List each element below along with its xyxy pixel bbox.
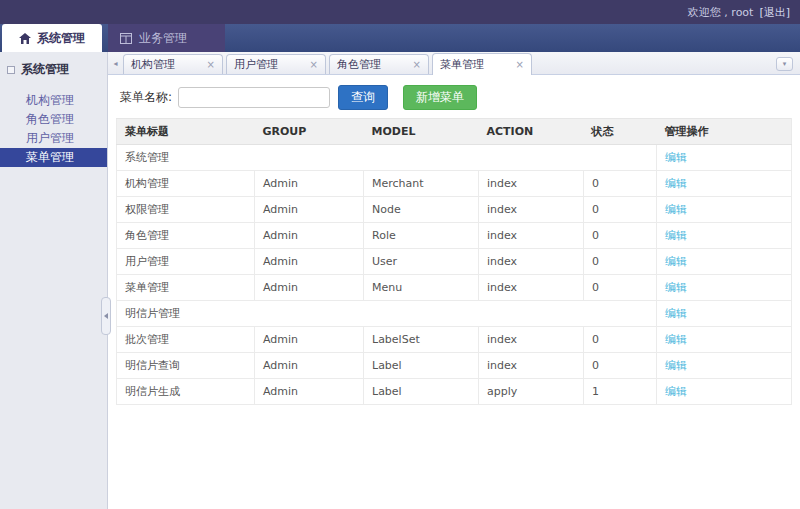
group-title-cell: 系统管理 bbox=[117, 145, 657, 171]
table-cell: User bbox=[364, 249, 479, 275]
table-cell: Node bbox=[364, 197, 479, 223]
sidebar-group-system[interactable]: 系统管理 bbox=[0, 58, 107, 81]
menu-name-input[interactable] bbox=[178, 87, 330, 108]
table-cell: Admin bbox=[255, 197, 364, 223]
table-cell: index bbox=[479, 249, 584, 275]
edit-link[interactable]: 编辑 bbox=[665, 281, 687, 294]
table-cell: 0 bbox=[584, 249, 657, 275]
col-header-manage: 管理操作 bbox=[657, 119, 792, 145]
edit-cell: 编辑 bbox=[657, 379, 792, 405]
table-row: 角色管理AdminRoleindex0编辑 bbox=[117, 223, 792, 249]
content-tab-3[interactable]: 菜单管理× bbox=[432, 53, 532, 75]
table-header-row: 菜单标题 GROUP MODEL ACTION 状态 管理操作 bbox=[117, 119, 792, 145]
table-row: 明信片查询AdminLabelindex0编辑 bbox=[117, 353, 792, 379]
edit-cell: 编辑 bbox=[657, 327, 792, 353]
edit-link[interactable]: 编辑 bbox=[665, 177, 687, 190]
table-row: 批次管理AdminLabelSetindex0编辑 bbox=[117, 327, 792, 353]
edit-link[interactable]: 编辑 bbox=[665, 255, 687, 268]
table-cell: index bbox=[479, 353, 584, 379]
close-icon[interactable]: × bbox=[413, 59, 421, 70]
edit-link[interactable]: 编辑 bbox=[665, 151, 687, 164]
table-cell: Admin bbox=[255, 171, 364, 197]
table-row: 权限管理AdminNodeindex0编辑 bbox=[117, 197, 792, 223]
table-cell: 机构管理 bbox=[117, 171, 255, 197]
edit-link[interactable]: 编辑 bbox=[665, 307, 687, 320]
collapse-box-icon bbox=[7, 66, 15, 74]
main-nav: 系统管理 业务管理 bbox=[0, 24, 800, 52]
table-cell: 批次管理 bbox=[117, 327, 255, 353]
table-cell: Label bbox=[364, 353, 479, 379]
content-tab-label: 菜单管理 bbox=[440, 57, 484, 72]
content-tab-label: 机构管理 bbox=[131, 57, 175, 72]
table-row: 菜单管理AdminMenuindex0编辑 bbox=[117, 275, 792, 301]
edit-link[interactable]: 编辑 bbox=[665, 229, 687, 242]
edit-cell: 编辑 bbox=[657, 171, 792, 197]
edit-link[interactable]: 编辑 bbox=[665, 385, 687, 398]
sidebar-collapse-handle[interactable] bbox=[101, 297, 111, 335]
sidebar-group-label: 系统管理 bbox=[21, 61, 69, 78]
tab-overflow-button[interactable]: ▾ bbox=[776, 57, 793, 71]
edit-link[interactable]: 编辑 bbox=[665, 203, 687, 216]
col-header-group: GROUP bbox=[255, 119, 364, 145]
table-cell: 0 bbox=[584, 353, 657, 379]
table-row: 用户管理AdminUserindex0编辑 bbox=[117, 249, 792, 275]
table-cell: LabelSet bbox=[364, 327, 479, 353]
table-cell: index bbox=[479, 197, 584, 223]
table-cell: Admin bbox=[255, 379, 364, 405]
table-cell: 0 bbox=[584, 197, 657, 223]
sidebar-item-2[interactable]: 用户管理 bbox=[0, 129, 107, 148]
nav-tab-system[interactable]: 系统管理 bbox=[2, 24, 102, 52]
table-cell: Admin bbox=[255, 249, 364, 275]
main-content: ◂ 机构管理×用户管理×角色管理×菜单管理× ▾ 菜单名称: 查询 新增菜单 菜… bbox=[108, 52, 800, 509]
edit-link[interactable]: 编辑 bbox=[665, 333, 687, 346]
sidebar-item-0[interactable]: 机构管理 bbox=[0, 91, 107, 110]
menu-table-wrap: 菜单标题 GROUP MODEL ACTION 状态 管理操作 系统管理编辑机构… bbox=[108, 118, 800, 405]
table-cell: Menu bbox=[364, 275, 479, 301]
edit-cell: 编辑 bbox=[657, 145, 792, 171]
menu-table: 菜单标题 GROUP MODEL ACTION 状态 管理操作 系统管理编辑机构… bbox=[116, 118, 792, 405]
close-icon[interactable]: × bbox=[207, 59, 215, 70]
close-icon[interactable]: × bbox=[516, 59, 524, 70]
table-cell: 明信片查询 bbox=[117, 353, 255, 379]
table-cell: 明信片生成 bbox=[117, 379, 255, 405]
grid-icon bbox=[120, 33, 132, 44]
col-header-status: 状态 bbox=[584, 119, 657, 145]
query-button[interactable]: 查询 bbox=[338, 85, 388, 110]
edit-link[interactable]: 编辑 bbox=[665, 359, 687, 372]
table-row: 机构管理AdminMerchantindex0编辑 bbox=[117, 171, 792, 197]
search-row: 菜单名称: 查询 新增菜单 bbox=[108, 75, 800, 118]
home-icon bbox=[19, 33, 31, 44]
table-cell: 用户管理 bbox=[117, 249, 255, 275]
sidebar-item-1[interactable]: 角色管理 bbox=[0, 110, 107, 129]
table-cell: Admin bbox=[255, 275, 364, 301]
content-tab-1[interactable]: 用户管理× bbox=[226, 54, 326, 74]
col-header-title: 菜单标题 bbox=[117, 119, 255, 145]
welcome-text: 欢迎您 , root bbox=[688, 5, 754, 20]
table-cell: index bbox=[479, 327, 584, 353]
tab-scroll-left-icon[interactable]: ◂ bbox=[110, 57, 121, 70]
edit-cell: 编辑 bbox=[657, 197, 792, 223]
nav-tab-business[interactable]: 业务管理 bbox=[108, 24, 225, 52]
table-cell: 菜单管理 bbox=[117, 275, 255, 301]
close-icon[interactable]: × bbox=[310, 59, 318, 70]
logout-link[interactable]: [退出] bbox=[759, 5, 790, 20]
group-title-cell: 明信片管理 bbox=[117, 301, 657, 327]
table-cell: apply bbox=[479, 379, 584, 405]
table-cell: 0 bbox=[584, 275, 657, 301]
table-cell: Admin bbox=[255, 353, 364, 379]
content-tab-2[interactable]: 角色管理× bbox=[329, 54, 429, 74]
content-tabbar-tabs: 机构管理×用户管理×角色管理×菜单管理× bbox=[123, 53, 535, 74]
table-cell: 权限管理 bbox=[117, 197, 255, 223]
table-cell: Role bbox=[364, 223, 479, 249]
table-cell: 0 bbox=[584, 327, 657, 353]
edit-cell: 编辑 bbox=[657, 249, 792, 275]
content-tab-0[interactable]: 机构管理× bbox=[123, 54, 223, 74]
table-cell: 角色管理 bbox=[117, 223, 255, 249]
sidebar: 系统管理 机构管理角色管理用户管理菜单管理 bbox=[0, 52, 108, 509]
sidebar-item-3[interactable]: 菜单管理 bbox=[0, 148, 107, 167]
nav-tab-label: 系统管理 bbox=[37, 30, 85, 47]
col-header-model: MODEL bbox=[364, 119, 479, 145]
content-tab-label: 角色管理 bbox=[337, 57, 381, 72]
add-menu-button[interactable]: 新增菜单 bbox=[403, 85, 477, 110]
table-cell: Admin bbox=[255, 223, 364, 249]
